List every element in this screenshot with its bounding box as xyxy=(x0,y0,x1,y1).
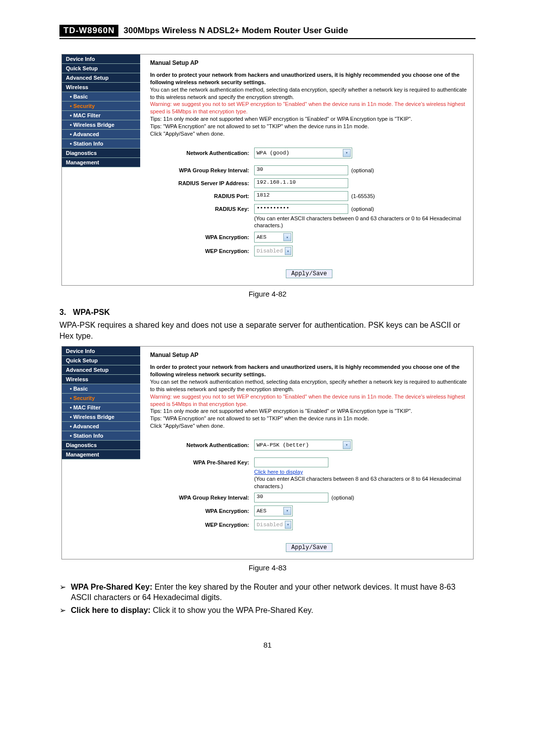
intro-tips1: Tips: 11n only mode are not supported wh… xyxy=(150,408,412,414)
section-para: WPA-PSK requires a shared key and does n… xyxy=(59,320,476,341)
radius-ip-label: RADIUS Server IP Address: xyxy=(150,180,254,186)
nav-wireless-station-info[interactable]: • Station Info xyxy=(62,431,140,441)
wpa-enc-label: WPA Encryption: xyxy=(150,508,254,514)
section-title: WPA-PSK xyxy=(73,308,109,317)
section-heading: 3. WPA-PSK xyxy=(59,308,476,317)
rekey-input[interactable]: 30 xyxy=(254,493,328,503)
net-auth-select[interactable]: WPA (good) ▾ xyxy=(254,148,352,158)
nav-sidebar: Device Info Quick Setup Advanced Setup W… xyxy=(62,347,140,558)
nav-wireless-bridge[interactable]: • Wireless Bridge xyxy=(62,120,140,130)
intro-done: Click "Apply/Save" when done. xyxy=(150,131,224,137)
nav-quick-setup[interactable]: Quick Setup xyxy=(62,64,140,73)
bullet-psk: ➢ WPA Pre-Shared Key: Enter the key shar… xyxy=(59,582,476,603)
row-radius-key: RADIUS Key: •••••••••• (optional) xyxy=(150,204,468,214)
nav-advanced-setup[interactable]: Advanced Setup xyxy=(62,73,140,83)
nav-wireless-basic[interactable]: • Basic xyxy=(62,92,140,101)
row-wpa-enc: WPA Encryption: AES ▾ xyxy=(150,232,468,243)
intro-p2: You can set the network authentication m… xyxy=(150,379,467,392)
intro-bold: In order to protect your network from ha… xyxy=(150,364,460,377)
intro-tips1: Tips: 11n only mode are not supported wh… xyxy=(150,116,412,122)
rekey-input[interactable]: 30 xyxy=(254,165,348,175)
nav-wireless-basic[interactable]: • Basic xyxy=(62,384,140,394)
rekey-hint: (optional) xyxy=(351,167,374,173)
nav-wireless[interactable]: Wireless xyxy=(62,375,140,384)
radius-port-hint: (1-65535) xyxy=(351,193,375,199)
psk-note-block: Click here to display (You can enter ASC… xyxy=(254,468,468,490)
screenshot-wpa-psk: Device Info Quick Setup Advanced Setup W… xyxy=(61,346,474,559)
chevron-down-icon: ▾ xyxy=(285,247,291,255)
nav-wireless-mac-filter[interactable]: • MAC Filter xyxy=(62,111,140,120)
radius-key-label: RADIUS Key: xyxy=(150,206,254,212)
radius-port-input[interactable]: 1812 xyxy=(254,191,348,201)
psk-input[interactable] xyxy=(254,457,328,467)
apply-save-button[interactable]: Apply/Save xyxy=(286,269,332,278)
row-rekey: WPA Group Rekey Interval: 30 (optional) xyxy=(150,165,468,175)
intro-text: In order to protect your network from ha… xyxy=(150,363,468,430)
nav-device-info[interactable]: Device Info xyxy=(62,347,140,356)
nav-wireless-security[interactable]: • Security xyxy=(62,394,140,403)
nav-wireless-advanced[interactable]: • Advanced xyxy=(62,130,140,139)
radius-ip-input[interactable]: 192.168.1.10 xyxy=(254,178,348,188)
model-badge: TD-W8960N xyxy=(59,25,118,37)
intro-warning: Warning: we suggest you not to set WEP e… xyxy=(150,101,465,114)
nav-wireless[interactable]: Wireless xyxy=(62,83,140,92)
bullet-icon: ➢ xyxy=(59,582,66,603)
nav-wireless-station-info[interactable]: • Station Info xyxy=(62,139,140,149)
nav-diagnostics[interactable]: Diagnostics xyxy=(62,149,140,158)
wpa-enc-label: WPA Encryption: xyxy=(150,234,254,240)
nav-diagnostics[interactable]: Diagnostics xyxy=(62,441,140,450)
rekey-label: WPA Group Rekey Interval: xyxy=(150,495,254,501)
nav-wireless-bridge[interactable]: • Wireless Bridge xyxy=(62,412,140,422)
rekey-hint: (optional) xyxy=(331,495,354,501)
wpa-enc-select[interactable]: AES ▾ xyxy=(254,232,293,243)
wep-enc-label: WEP Encryption: xyxy=(150,248,254,254)
panel-title: Manual Setup AP xyxy=(150,352,468,358)
figure-caption-2: Figure 4-83 xyxy=(0,563,535,572)
nav-wireless-mac-filter[interactable]: • MAC Filter xyxy=(62,403,140,412)
psk-display-link[interactable]: Click here to display xyxy=(254,469,303,475)
bullet-icon: ➢ xyxy=(59,605,66,616)
intro-p2: You can set the network authentication m… xyxy=(150,87,467,100)
section-number: 3. xyxy=(59,308,66,317)
nav-management[interactable]: Management xyxy=(62,158,140,167)
row-radius-port: RADIUS Port: 1812 (1-65535) xyxy=(150,191,468,201)
chevron-down-icon: ▾ xyxy=(343,441,351,449)
intro-bold: In order to protect your network from ha… xyxy=(150,72,460,85)
radius-key-hint: (optional) xyxy=(351,206,374,212)
nav-quick-setup[interactable]: Quick Setup xyxy=(62,356,140,365)
rekey-label: WPA Group Rekey Interval: xyxy=(150,167,254,173)
intro-tips2: Tips: "WPA Encryption" are not allowed t… xyxy=(150,123,369,129)
row-radius-ip: RADIUS Server IP Address: 192.168.1.10 xyxy=(150,178,468,188)
psk-label: WPA Pre-Shared Key: xyxy=(150,459,254,465)
apply-save-button[interactable]: Apply/Save xyxy=(286,543,332,552)
doc-title: 300Mbps Wireless N ADSL2+ Modem Router U… xyxy=(123,26,348,36)
psk-note: (You can enter ASCII characters between … xyxy=(254,476,461,489)
wep-enc-value: Disabled xyxy=(257,248,283,254)
panel-title: Manual Setup AP xyxy=(150,59,468,66)
nav-wireless-advanced[interactable]: • Advanced xyxy=(62,422,140,431)
bullet-display-rest: Click it to show you the WPA Pre-Shared … xyxy=(151,606,313,614)
wep-enc-value: Disabled xyxy=(257,522,283,528)
screenshot-wpa: Device Info Quick Setup Advanced Setup W… xyxy=(61,54,474,286)
wep-enc-select: Disabled ▾ xyxy=(254,246,293,256)
nav-management[interactable]: Management xyxy=(62,450,140,459)
nav-device-info[interactable]: Device Info xyxy=(62,54,140,64)
net-auth-label: Network Authentication: xyxy=(150,442,254,448)
net-auth-value: WPA (good) xyxy=(257,150,289,156)
chevron-down-icon: ▾ xyxy=(283,233,291,241)
row-wpa-enc: WPA Encryption: AES ▾ xyxy=(150,505,468,516)
radius-key-input[interactable]: •••••••••• xyxy=(254,204,348,214)
row-net-auth: Network Authentication: WPA (good) ▾ xyxy=(150,148,468,158)
intro-done: Click "Apply/Save" when done. xyxy=(150,423,224,429)
wpa-enc-select[interactable]: AES ▾ xyxy=(254,505,293,516)
radius-port-label: RADIUS Port: xyxy=(150,193,254,199)
nav-wireless-security[interactable]: • Security xyxy=(62,101,140,111)
content-panel: Manual Setup AP In order to protect your… xyxy=(140,347,473,558)
intro-tips2: Tips: "WPA Encryption" are not allowed t… xyxy=(150,415,369,421)
nav-advanced-setup[interactable]: Advanced Setup xyxy=(62,365,140,375)
bullet-display-bold: Click here to display: xyxy=(71,606,151,614)
wep-enc-select: Disabled ▾ xyxy=(254,519,293,530)
page-number: 81 xyxy=(0,641,535,649)
net-auth-select[interactable]: WPA-PSK (better) ▾ xyxy=(254,440,352,451)
content-panel: Manual Setup AP In order to protect your… xyxy=(140,54,473,285)
